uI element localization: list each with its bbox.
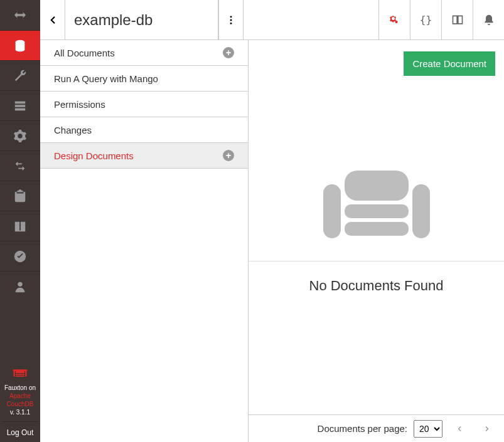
book-icon <box>13 219 27 233</box>
gear-icon <box>13 129 27 143</box>
svg-rect-1 <box>15 101 26 103</box>
wrench-icon <box>13 69 27 83</box>
pagination-footer: Documents per page: 20 <box>249 414 504 442</box>
gears-icon <box>389 14 401 26</box>
sp-run-query[interactable]: Run A Query with Mango <box>40 66 248 92</box>
plus-icon[interactable]: + <box>223 150 234 161</box>
svg-rect-3 <box>15 108 26 110</box>
chevron-left-icon <box>47 14 58 26</box>
sp-permissions[interactable]: Permissions <box>40 92 248 117</box>
replication-icon <box>13 159 27 173</box>
svg-rect-12 <box>345 204 409 218</box>
nav-config[interactable] <box>0 120 40 150</box>
header-json-button[interactable]: {} <box>410 0 441 39</box>
svg-point-7 <box>230 19 232 21</box>
svg-rect-2 <box>15 105 26 107</box>
sp-all-documents[interactable]: All Documents + <box>40 40 248 66</box>
nav-verify[interactable] <box>0 181 40 211</box>
sp-label: Permissions <box>54 99 105 110</box>
svg-point-5 <box>18 282 22 286</box>
nav-footer: Fauxton on Apache CouchDB v. 3.1.1 Log O… <box>0 363 40 442</box>
back-button[interactable] <box>40 0 65 39</box>
svg-rect-11 <box>345 171 409 201</box>
check-circle-icon <box>13 250 27 263</box>
svg-rect-13 <box>345 222 409 236</box>
header-menu-button[interactable] <box>218 0 244 39</box>
nav-documentation[interactable] <box>0 211 40 241</box>
svg-rect-10 <box>412 184 430 238</box>
nav-active-tasks[interactable] <box>0 90 40 120</box>
couch-logo-icon <box>1 367 39 381</box>
empty-state: No Documents Found <box>249 40 504 414</box>
header-gears-button[interactable] <box>378 0 410 39</box>
header-docs-button[interactable] <box>441 0 473 39</box>
nav-check[interactable] <box>0 241 40 271</box>
database-icon <box>13 39 27 53</box>
logout-link[interactable]: Log Out <box>1 421 39 438</box>
nav-user[interactable] <box>0 271 40 301</box>
nav-toggle[interactable] <box>0 0 40 30</box>
sp-label: All Documents <box>54 48 115 58</box>
footer-line3: CouchDB <box>1 400 39 408</box>
topbar: example-db {} <box>40 0 504 40</box>
book-open-icon <box>451 14 464 26</box>
user-icon <box>13 280 27 293</box>
sp-changes[interactable]: Changes <box>40 117 248 143</box>
nav-rail: Fauxton on Apache CouchDB v. 3.1.1 Log O… <box>0 0 40 442</box>
empty-heading: No Documents Found <box>309 278 444 294</box>
prev-page-button[interactable] <box>449 419 470 438</box>
per-page-select[interactable]: 20 <box>414 420 442 438</box>
kebab-icon <box>225 14 237 26</box>
svg-point-6 <box>230 16 232 18</box>
chevron-right-icon <box>483 425 491 433</box>
create-document-button[interactable]: Create Document <box>404 51 495 76</box>
tasks-icon <box>13 99 27 113</box>
footer-line1: Fauxton on <box>1 384 39 392</box>
svg-rect-9 <box>323 184 341 238</box>
db-title: example-db <box>65 0 218 39</box>
per-page-label: Documents per page: <box>318 423 407 434</box>
side-panel: All Documents + Run A Query with Mango P… <box>40 40 249 442</box>
clipboard-icon <box>13 189 27 203</box>
arrows-h-icon <box>13 8 27 22</box>
sp-label: Changes <box>54 125 92 135</box>
plus-icon[interactable]: + <box>223 47 234 58</box>
couch-illustration-icon <box>317 160 436 245</box>
nav-setup[interactable] <box>0 60 40 90</box>
nav-databases[interactable] <box>0 30 40 60</box>
footer-version: v. 3.1.1 <box>1 408 39 416</box>
bell-icon <box>483 14 495 26</box>
braces-icon: {} <box>420 14 432 26</box>
sp-label: Run A Query with Mango <box>54 73 158 84</box>
svg-point-8 <box>230 22 232 24</box>
sp-label: Design Documents <box>54 150 134 161</box>
next-page-button[interactable] <box>476 419 498 438</box>
chevron-left-icon <box>456 425 463 433</box>
footer-line2: Apache <box>1 392 39 400</box>
header-notifications-button[interactable] <box>473 0 504 39</box>
sp-design-documents[interactable]: Design Documents + <box>40 143 248 169</box>
main-content: Create Document No Documents Found <box>249 40 504 442</box>
nav-replication[interactable] <box>0 150 40 181</box>
